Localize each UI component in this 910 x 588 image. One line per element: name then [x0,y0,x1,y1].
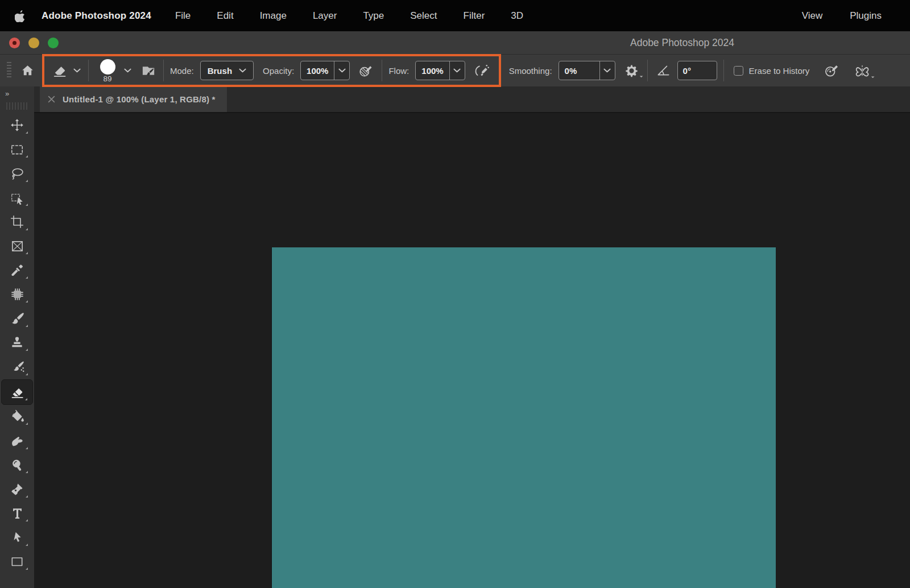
chevron-down-icon [338,68,346,73]
angle-input[interactable]: 0° [677,61,717,80]
workspace: » [0,86,910,588]
tool-eyedropper[interactable] [1,258,33,283]
menu-edit[interactable]: Edit [217,10,233,22]
tool-frame[interactable] [1,234,33,259]
menu-view[interactable]: View [802,10,823,22]
menu-select[interactable]: Select [410,10,437,22]
brush-size-preview[interactable]: 89 [96,59,119,82]
flow-dropdown[interactable]: 100% [415,61,465,80]
close-window-button[interactable] [9,38,20,48]
tool-brush[interactable] [1,307,33,331]
menu-layer[interactable]: Layer [313,10,337,22]
chevron-down-icon[interactable] [124,68,131,73]
tool-marquee[interactable] [1,138,33,162]
airbrush-button[interactable] [473,63,490,78]
history-brush-icon [10,359,25,375]
menu-type[interactable]: Type [363,10,384,22]
menu-3d[interactable]: 3D [511,10,523,22]
paint-symmetry-button[interactable] [854,63,871,79]
tool-move[interactable] [1,113,33,138]
paint-bucket-icon [10,409,25,424]
mode-dropdown[interactable]: Brush [200,61,254,80]
rectangle-shape-icon [10,554,24,569]
brush-size-value: 89 [103,75,111,82]
tool-options-highlight: 89 Mode: Brush Opacity: 100% [42,54,501,87]
eraser-preset-icon [51,63,68,78]
tool-smudge[interactable] [1,429,33,453]
tool-clone-stamp[interactable] [1,331,33,355]
smudge-finger-icon [10,433,25,449]
minimize-window-button[interactable] [28,38,39,48]
brush-settings-panel-button[interactable] [140,63,157,78]
move-icon [10,118,24,132]
smoothing-dropdown[interactable]: 0% [559,61,615,80]
tool-crop[interactable] [1,210,33,234]
divider [163,60,164,81]
type-icon [10,506,24,520]
tool-rectangle[interactable] [1,550,33,574]
object-selection-icon [10,191,25,205]
eyedropper-icon [10,263,24,278]
tool-dodge[interactable] [1,453,33,478]
menu-filter[interactable]: Filter [464,10,485,22]
opacity-dropdown[interactable]: 100% [300,61,350,80]
tool-object-selection[interactable] [1,186,33,210]
pressure-size-button[interactable] [823,63,839,78]
brush-tip-preview-icon [100,59,115,74]
tool-path-selection[interactable] [1,525,33,550]
gear-icon [624,63,639,78]
pen-icon [10,482,24,496]
opacity-label: Opacity: [263,66,294,76]
chevron-down-icon [603,68,611,73]
canvas-area[interactable] [34,112,910,588]
pressure-opacity-button[interactable] [358,63,374,78]
divider [647,60,648,81]
opacity-value: 100% [301,61,334,80]
options-bar-grip[interactable] [7,62,11,79]
document-tab[interactable]: Untitled-1 @ 100% (Layer 1, RGB/8) * [40,86,227,112]
tool-history-brush[interactable] [1,355,33,379]
menu-plugins[interactable]: Plugins [850,10,882,22]
tool-healing[interactable] [1,283,33,307]
airbrush-icon [473,63,490,78]
tool-pen[interactable] [1,477,33,502]
erase-to-history-checkbox[interactable] [734,66,743,76]
clone-stamp-icon [10,336,24,350]
tool-type[interactable] [1,502,33,526]
tab-close-icon[interactable] [48,96,55,103]
menu-bar: Adobe Photoshop 2024 File Edit Image Lay… [0,0,910,31]
smoothing-label: Smoothing: [509,66,552,76]
menu-image[interactable]: Image [260,10,287,22]
smoothing-options-button[interactable] [624,63,639,78]
dodge-icon [10,458,24,473]
tool-paint-bucket[interactable] [1,405,33,429]
apple-logo-icon[interactable] [15,10,26,22]
crop-icon [10,214,24,229]
home-button[interactable] [15,58,40,83]
tool-eraser[interactable] [1,379,33,405]
canvas-artwork[interactable] [272,247,776,588]
flow-value: 100% [416,61,449,80]
flow-label: Flow: [388,66,409,76]
menu-app-name[interactable]: Adobe Photoshop 2024 [42,10,151,22]
toolbar-grip[interactable] [6,102,28,110]
tool-lasso[interactable] [1,162,33,186]
healing-patch-icon [10,287,25,302]
smoothing-value: 0% [559,61,589,80]
divider [723,60,724,81]
menu-file[interactable]: File [175,10,191,22]
document-tab-title: Untitled-1 @ 100% (Layer 1, RGB/8) * [63,94,216,104]
document-tab-bar: Untitled-1 @ 100% (Layer 1, RGB/8) * [34,86,910,112]
chevron-down-icon [239,68,246,73]
window-title-bar: Adobe Photoshop 2024 [0,31,910,54]
chevron-down-icon [453,68,461,73]
divider [88,60,89,81]
tool-preset-picker[interactable] [50,63,82,78]
toolbar-expand-button[interactable]: » [0,86,34,100]
pressure-size-icon [823,63,839,78]
butterfly-symmetry-icon [854,63,871,79]
tool-options-bar: 89 Mode: Brush Opacity: 100% [0,54,910,86]
brush-icon [10,311,24,326]
zoom-window-button[interactable] [48,38,59,48]
mode-label: Mode: [170,66,194,76]
